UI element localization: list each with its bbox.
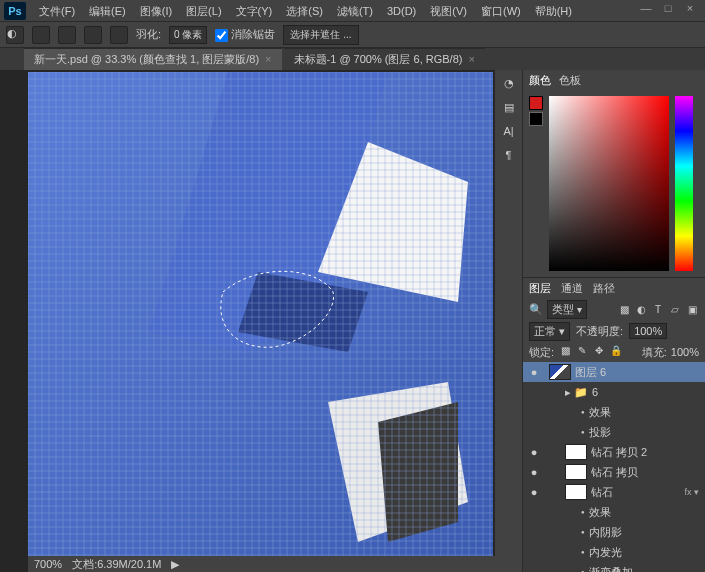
opacity-field[interactable]: 100%: [629, 323, 667, 339]
menu-view[interactable]: 视图(V): [423, 0, 474, 22]
layer-row[interactable]: ▸ 📁6: [523, 382, 705, 402]
paragraph-icon[interactable]: ¶: [499, 146, 519, 164]
layer-row[interactable]: ●效果: [523, 402, 705, 422]
char-icon[interactable]: A|: [499, 122, 519, 140]
window-maximize[interactable]: □: [657, 0, 679, 18]
feather-field[interactable]: 0 像素: [169, 26, 207, 44]
zoom-level[interactable]: 700%: [34, 558, 62, 570]
tab-channels[interactable]: 通道: [561, 281, 583, 296]
canvas-content: [28, 72, 493, 556]
color-panel: 颜色 色板: [523, 70, 705, 278]
hue-slider[interactable]: [675, 96, 693, 271]
feather-label: 羽化:: [136, 27, 161, 42]
close-icon[interactable]: ×: [468, 53, 474, 65]
filter-pixel-icon[interactable]: ▩: [617, 302, 631, 316]
antialias-checkbox[interactable]: 消除锯齿: [215, 27, 275, 42]
selection-sub-icon[interactable]: [84, 26, 102, 44]
layer-name: 渐变叠加: [589, 565, 633, 573]
opacity-label: 不透明度:: [576, 324, 623, 339]
menu-filter[interactable]: 滤镜(T): [330, 0, 380, 22]
selection-intersect-icon[interactable]: [110, 26, 128, 44]
layer-tree: ●图层 6▸ 📁6●效果●投影●钻石 拷贝 2●钻石 拷贝●钻石fx ▾●效果●…: [523, 362, 705, 572]
tab-swatches[interactable]: 色板: [559, 73, 581, 88]
layer-name: 6: [592, 386, 598, 398]
layer-row[interactable]: ●内发光: [523, 542, 705, 562]
fill-field[interactable]: 100%: [671, 346, 699, 358]
lock-paint-icon[interactable]: ✎: [575, 345, 589, 359]
options-bar: ◐ 羽化: 0 像素 消除锯齿 选择并遮住 ...: [0, 22, 705, 48]
doc-tab-1[interactable]: 新一天.psd @ 33.3% (颜色查找 1, 图层蒙版/8)×: [24, 48, 282, 70]
tab-layers[interactable]: 图层: [529, 281, 551, 296]
layer-thumbnail: [565, 484, 587, 500]
layer-thumbnail: [549, 364, 571, 380]
history-icon[interactable]: ◔: [499, 74, 519, 92]
layer-name: 内阴影: [589, 525, 622, 540]
menu-edit[interactable]: 编辑(E): [82, 0, 133, 22]
filter-smart-icon[interactable]: ▣: [685, 302, 699, 316]
app-logo: Ps: [4, 2, 26, 20]
lock-pos-icon[interactable]: ✥: [592, 345, 606, 359]
layer-row[interactable]: ●钻石 拷贝 2: [523, 442, 705, 462]
layer-name: 钻石 拷贝 2: [591, 445, 647, 460]
close-icon[interactable]: ×: [265, 53, 271, 65]
layer-thumbnail: [565, 464, 587, 480]
menu-layer[interactable]: 图层(L): [179, 0, 228, 22]
visibility-icon[interactable]: ●: [527, 366, 541, 378]
lock-all-icon[interactable]: 🔒: [609, 345, 623, 359]
layer-row[interactable]: ●渐变叠加: [523, 562, 705, 572]
menu-3d[interactable]: 3D(D): [380, 0, 423, 22]
layer-name: 内发光: [589, 545, 622, 560]
visibility-icon[interactable]: ●: [527, 446, 541, 458]
canvas[interactable]: [28, 72, 493, 556]
lock-label: 锁定:: [529, 345, 554, 360]
collapsed-panel-icons: ◔ ▤ A| ¶: [495, 70, 523, 572]
layer-row[interactable]: ●投影: [523, 422, 705, 442]
svg-rect-8: [28, 72, 493, 556]
menu-image[interactable]: 图像(I): [133, 0, 179, 22]
properties-icon[interactable]: ▤: [499, 98, 519, 116]
layer-name: 效果: [589, 405, 611, 420]
lock-trans-icon[interactable]: ▩: [558, 345, 572, 359]
menu-bar: Ps 文件(F) 编辑(E) 图像(I) 图层(L) 文字(Y) 选择(S) 滤…: [0, 0, 705, 22]
menu-file[interactable]: 文件(F): [32, 0, 82, 22]
menu-type[interactable]: 文字(Y): [229, 0, 280, 22]
filter-adjust-icon[interactable]: ◐: [634, 302, 648, 316]
layer-name: 钻石 拷贝: [591, 465, 638, 480]
filter-type-icon[interactable]: T: [651, 302, 665, 316]
filter-shape-icon[interactable]: ▱: [668, 302, 682, 316]
doc-info: 文档:6.39M/20.1M: [72, 557, 161, 572]
window-close[interactable]: ×: [679, 0, 701, 18]
visibility-icon[interactable]: ●: [527, 466, 541, 478]
layer-row[interactable]: ●钻石 拷贝: [523, 462, 705, 482]
chevron-right-icon[interactable]: ▶: [171, 558, 179, 571]
tab-color[interactable]: 颜色: [529, 73, 551, 88]
right-panels: ◔ ▤ A| ¶ 颜色 色板 图层 通道 路径 🔍 类型 ▾: [495, 70, 705, 572]
current-color-swatch[interactable]: [529, 96, 543, 271]
select-and-mask-button[interactable]: 选择并遮住 ...: [283, 25, 358, 45]
layer-filter[interactable]: 类型 ▾: [547, 300, 587, 319]
visibility-icon[interactable]: ●: [527, 486, 541, 498]
document-tabs: 新一天.psd @ 33.3% (颜色查找 1, 图层蒙版/8)× 未标题-1 …: [0, 48, 705, 70]
doc-tab-2[interactable]: 未标题-1 @ 700% (图层 6, RGB/8)×: [284, 48, 485, 70]
color-field[interactable]: [549, 96, 669, 271]
layers-panel: 图层 通道 路径 🔍 类型 ▾ ▩ ◐ T ▱ ▣ 正常 ▾ 不透明度: 100…: [523, 278, 705, 572]
layer-row[interactable]: ●内阴影: [523, 522, 705, 542]
canvas-area: 700% 文档:6.39M/20.1M ▶: [0, 70, 495, 572]
window-minimize[interactable]: —: [635, 0, 657, 18]
layer-row[interactable]: ●图层 6: [523, 362, 705, 382]
layer-row[interactable]: ●钻石fx ▾: [523, 482, 705, 502]
tab-paths[interactable]: 路径: [593, 281, 615, 296]
menu-select[interactable]: 选择(S): [279, 0, 330, 22]
folder-icon: ▸ 📁: [565, 386, 588, 399]
selection-new-icon[interactable]: [32, 26, 50, 44]
fx-indicator[interactable]: fx ▾: [684, 487, 699, 497]
layer-name: 投影: [589, 425, 611, 440]
blend-mode[interactable]: 正常 ▾: [529, 322, 570, 341]
lasso-tool-icon[interactable]: ◐: [6, 26, 24, 44]
menu-window[interactable]: 窗口(W): [474, 0, 528, 22]
menu-help[interactable]: 帮助(H): [528, 0, 579, 22]
selection-add-icon[interactable]: [58, 26, 76, 44]
fill-label: 填充:: [642, 345, 667, 360]
layer-name: 钻石: [591, 485, 613, 500]
layer-row[interactable]: ●效果: [523, 502, 705, 522]
